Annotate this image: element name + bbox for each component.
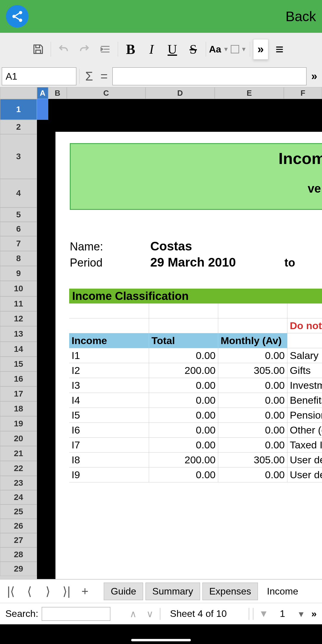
income-monthly[interactable]: 0.00 [218, 423, 287, 437]
column-header-C[interactable]: C [67, 87, 145, 99]
toolbar-expand-button[interactable]: » [253, 39, 268, 60]
income-total[interactable]: 0.00 [149, 467, 218, 482]
italic-button[interactable]: I [142, 40, 161, 59]
income-desc[interactable]: Pension [287, 408, 322, 422]
add-sheet-button[interactable]: + [77, 585, 93, 598]
bold-button[interactable]: B [121, 40, 140, 59]
indent-button[interactable] [96, 40, 115, 59]
row-header-14[interactable]: 14 [0, 342, 37, 357]
tab-summary[interactable]: Summary [145, 583, 200, 600]
row-header-10[interactable]: 10 [0, 281, 37, 296]
row-header-23[interactable]: 23 [0, 476, 37, 490]
row-header-1[interactable]: 1 [0, 99, 37, 120]
row-header-24[interactable]: 24 [0, 490, 37, 504]
row-header-18[interactable]: 18 [0, 401, 37, 416]
income-id[interactable]: I5 [69, 408, 149, 422]
income-total[interactable]: 0.00 [149, 378, 218, 393]
prev-sheet-button[interactable]: ⟨ [21, 584, 38, 598]
active-cell-A1[interactable] [37, 99, 48, 120]
income-monthly[interactable]: 0.00 [218, 393, 287, 408]
row-header-20[interactable]: 20 [0, 431, 37, 446]
income-desc[interactable]: Salary [287, 348, 322, 363]
row-header-29[interactable]: 29 [0, 562, 37, 576]
row-header-19[interactable]: 19 [0, 416, 37, 431]
row-header-9[interactable]: 9 [0, 266, 37, 281]
income-desc[interactable]: Taxed Int [287, 438, 322, 452]
row-header-27[interactable]: 27 [0, 533, 37, 547]
income-desc[interactable]: Other (ca [287, 423, 322, 437]
search-input[interactable] [42, 607, 110, 621]
first-sheet-button[interactable]: |⟨ [3, 584, 19, 598]
income-total[interactable]: 0.00 [149, 393, 218, 408]
income-monthly[interactable]: 305.00 [218, 453, 287, 467]
row-header-13[interactable]: 13 [0, 326, 37, 342]
column-header-F[interactable]: F [284, 87, 322, 99]
income-id[interactable]: I9 [69, 467, 149, 482]
redo-button[interactable] [75, 40, 94, 59]
row-header-26[interactable]: 26 [0, 519, 37, 533]
header-income[interactable]: Income [69, 333, 149, 348]
select-all-corner[interactable] [0, 87, 37, 99]
row-header-4[interactable]: 4 [0, 179, 37, 208]
income-total[interactable]: 0.00 [149, 423, 218, 437]
next-sheet-button[interactable]: ⟩ [40, 584, 56, 598]
tab-income[interactable]: Income [260, 583, 305, 600]
underline-button[interactable]: U [163, 40, 182, 59]
row-header-25[interactable]: 25 [0, 504, 37, 519]
row-header-22[interactable]: 22 [0, 461, 37, 476]
row-header-7[interactable]: 7 [0, 236, 37, 251]
column-header-A[interactable]: A [37, 87, 48, 99]
income-desc[interactable]: Gifts [287, 363, 322, 378]
back-button[interactable]: Back [286, 8, 316, 24]
row-header-6[interactable]: 6 [0, 222, 37, 236]
income-id[interactable]: I6 [69, 423, 149, 437]
row-header-12[interactable]: 12 [0, 311, 37, 326]
income-id[interactable]: I7 [69, 438, 149, 452]
column-header-D[interactable]: D [145, 87, 215, 99]
income-total[interactable]: 0.00 [149, 348, 218, 363]
income-total[interactable]: 200.00 [149, 453, 218, 467]
income-monthly[interactable]: 0.00 [218, 348, 287, 363]
income-monthly[interactable]: 0.00 [218, 467, 287, 482]
income-total[interactable]: 200.00 [149, 363, 218, 378]
income-total[interactable]: 0.00 [149, 408, 218, 422]
search-next-button[interactable]: ∨ [143, 608, 156, 620]
chevron-down-icon[interactable]: ▼ [257, 608, 270, 619]
cell-grid[interactable]: Incom ve Name: Costas Period 29 March 20… [37, 99, 322, 579]
formula-expand-button[interactable]: » [308, 70, 320, 83]
search-prev-button[interactable]: ∧ [126, 608, 140, 620]
column-header-E[interactable]: E [215, 87, 284, 99]
formula-input[interactable] [112, 67, 306, 85]
row-header-21[interactable]: 21 [0, 446, 37, 461]
sum-button[interactable]: Σ [83, 69, 96, 83]
row-header-2[interactable]: 2 [0, 120, 37, 134]
row-header-28[interactable]: 28 [0, 547, 37, 562]
income-total[interactable]: 0.00 [149, 438, 218, 452]
income-id[interactable]: I3 [69, 378, 149, 393]
income-id[interactable]: I4 [69, 393, 149, 408]
income-monthly[interactable]: 305.00 [218, 363, 287, 378]
income-desc[interactable]: Investme [287, 378, 322, 393]
cell-reference-input[interactable] [2, 67, 76, 85]
row-header-16[interactable]: 16 [0, 371, 37, 386]
statusbar-expand-button[interactable]: » [311, 608, 317, 619]
row-header-5[interactable]: 5 [0, 208, 37, 222]
chevron-down-icon[interactable]: ▾ [295, 608, 308, 620]
income-id[interactable]: I8 [69, 453, 149, 467]
income-monthly[interactable]: 0.00 [218, 438, 287, 452]
undo-button[interactable] [54, 40, 73, 59]
header-monthly[interactable]: Monthly (Av) [218, 333, 287, 348]
share-button[interactable] [6, 5, 29, 28]
row-header-3[interactable]: 3 [0, 134, 37, 179]
last-sheet-button[interactable]: ⟩| [58, 584, 75, 598]
row-header-11[interactable]: 11 [0, 296, 37, 311]
column-header-B[interactable]: B [48, 87, 67, 99]
income-desc[interactable]: Benefits [287, 393, 322, 408]
row-header-17[interactable]: 17 [0, 386, 37, 401]
row-header-15[interactable]: 15 [0, 357, 37, 371]
home-indicator[interactable] [131, 639, 191, 641]
strikethrough-button[interactable]: S [184, 40, 203, 59]
income-desc[interactable]: User defi [287, 467, 322, 482]
highlight-dropdown[interactable]: ▼ [231, 40, 247, 59]
font-dropdown[interactable]: Aa ▼ [209, 40, 229, 59]
